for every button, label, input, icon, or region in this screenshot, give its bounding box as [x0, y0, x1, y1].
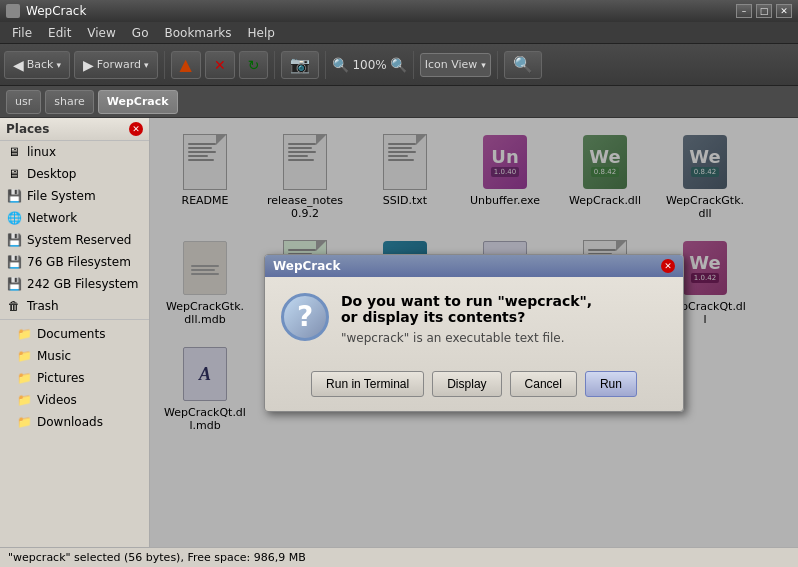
- dialog-title-label: WepCrack: [273, 259, 340, 273]
- dialog-body: ? Do you want to run "wepcrack", or disp…: [265, 277, 683, 361]
- 242gb-icon: 💾: [6, 276, 22, 292]
- file-area: README release_notes0.9.2 SSID.txt: [150, 118, 798, 547]
- 76gb-icon: 💾: [6, 254, 22, 270]
- menu-help[interactable]: Help: [240, 24, 283, 42]
- reload-icon: ↻: [248, 57, 260, 73]
- trash-icon: 🗑: [6, 298, 22, 314]
- sidebar-label-242gb: 242 GB Filesystem: [27, 277, 139, 291]
- title-bar-controls: – □ ✕: [736, 4, 792, 18]
- menu-view[interactable]: View: [79, 24, 123, 42]
- forward-button[interactable]: ▶ Forward ▾: [74, 51, 158, 79]
- back-chevron-icon: ▾: [57, 60, 62, 70]
- back-label: Back: [27, 58, 54, 71]
- zoom-in-icon[interactable]: 🔍: [390, 57, 407, 73]
- toolbar-separator-5: [497, 51, 498, 79]
- up-icon: ▲: [180, 55, 192, 74]
- up-button[interactable]: ▲: [171, 51, 201, 79]
- sidebar-label-pictures: Pictures: [37, 371, 85, 385]
- toolbar-separator-4: [413, 51, 414, 79]
- close-button[interactable]: ✕: [776, 4, 792, 18]
- zoom-area: 🔍 100% 🔍: [332, 57, 406, 73]
- sidebar-item-downloads[interactable]: 📁 Downloads: [0, 411, 149, 433]
- sidebar-item-music[interactable]: 📁 Music: [0, 345, 149, 367]
- sidebar-label-desktop: Desktop: [27, 167, 77, 181]
- stop-icon: ✕: [214, 57, 226, 73]
- camera-button[interactable]: 📷: [281, 51, 319, 79]
- toolbar-separator-3: [325, 51, 326, 79]
- menu-go[interactable]: Go: [124, 24, 157, 42]
- desktop-icon: 🖥: [6, 166, 22, 182]
- maximize-button[interactable]: □: [756, 4, 772, 18]
- sidebar-label-videos: Videos: [37, 393, 77, 407]
- sidebar-item-242gb[interactable]: 💾 242 GB Filesystem: [0, 273, 149, 295]
- stop-button[interactable]: ✕: [205, 51, 235, 79]
- system-reserved-icon: 💾: [6, 232, 22, 248]
- downloads-icon: 📁: [16, 414, 32, 430]
- dialog-title-bar: WepCrack ✕: [265, 255, 683, 277]
- forward-label: Forward: [97, 58, 141, 71]
- view-chevron-icon: ▾: [481, 60, 486, 70]
- sidebar-item-network[interactable]: 🌐 Network: [0, 207, 149, 229]
- sidebar-item-system-reserved[interactable]: 💾 System Reserved: [0, 229, 149, 251]
- status-text: "wepcrack" selected (56 bytes), Free spa…: [8, 551, 306, 564]
- sidebar-item-76gb[interactable]: 💾 76 GB Filesystem: [0, 251, 149, 273]
- camera-icon: 📷: [290, 55, 310, 74]
- back-button[interactable]: ◀ Back ▾: [4, 51, 70, 79]
- location-bar: usr share WepCrack: [0, 86, 798, 118]
- run-button[interactable]: Run: [585, 371, 637, 397]
- status-bar: "wepcrack" selected (56 bytes), Free spa…: [0, 547, 798, 567]
- network-icon: 🌐: [6, 210, 22, 226]
- places-close-button[interactable]: ✕: [129, 122, 143, 136]
- linux-icon: 🖥: [6, 144, 22, 160]
- title-bar-left: WepCrack: [6, 4, 86, 18]
- sidebar-item-linux[interactable]: 🖥 linux: [0, 141, 149, 163]
- search-icon: 🔍: [513, 55, 533, 74]
- dialog-question-text: Do you want to run "wepcrack", or displa…: [341, 293, 667, 325]
- toolbar-separator-2: [274, 51, 275, 79]
- breadcrumb-share[interactable]: share: [45, 90, 94, 114]
- menu-bar: File Edit View Go Bookmarks Help: [0, 22, 798, 44]
- pictures-icon: 📁: [16, 370, 32, 386]
- sidebar-item-trash[interactable]: 🗑 Trash: [0, 295, 149, 317]
- minimize-button[interactable]: –: [736, 4, 752, 18]
- menu-bookmarks[interactable]: Bookmarks: [156, 24, 239, 42]
- sidebar: Places ✕ 🖥 linux 🖥 Desktop 💾 File System…: [0, 118, 150, 547]
- sidebar-item-desktop[interactable]: 🖥 Desktop: [0, 163, 149, 185]
- title-bar: WepCrack – □ ✕: [0, 0, 798, 22]
- run-dialog: WepCrack ✕ ? Do you want to run "wepcrac…: [264, 254, 684, 412]
- back-arrow-icon: ◀: [13, 57, 24, 73]
- toolbar-separator-1: [164, 51, 165, 79]
- cancel-button[interactable]: Cancel: [510, 371, 577, 397]
- sidebar-label-linux: linux: [27, 145, 56, 159]
- sidebar-label-downloads: Downloads: [37, 415, 103, 429]
- videos-icon: 📁: [16, 392, 32, 408]
- app-icon: [6, 4, 20, 18]
- sidebar-label-documents: Documents: [37, 327, 105, 341]
- menu-file[interactable]: File: [4, 24, 40, 42]
- sidebar-item-documents[interactable]: 📁 Documents: [0, 323, 149, 345]
- run-in-terminal-button[interactable]: Run in Terminal: [311, 371, 424, 397]
- dialog-subtitle-text: "wepcrack" is an executable text file.: [341, 331, 667, 345]
- toolbar: ◀ Back ▾ ▶ Forward ▾ ▲ ✕ ↻ 📷 🔍 100% 🔍 Ic…: [0, 44, 798, 86]
- display-button[interactable]: Display: [432, 371, 501, 397]
- search-button[interactable]: 🔍: [504, 51, 542, 79]
- sidebar-item-pictures[interactable]: 📁 Pictures: [0, 367, 149, 389]
- sidebar-item-videos[interactable]: 📁 Videos: [0, 389, 149, 411]
- zoom-value: 100%: [352, 58, 386, 72]
- breadcrumb-wepcrack[interactable]: WepCrack: [98, 90, 178, 114]
- places-label: Places: [6, 122, 49, 136]
- sidebar-label-filesystem: File System: [27, 189, 96, 203]
- view-selector[interactable]: Icon View ▾: [420, 53, 491, 77]
- menu-edit[interactable]: Edit: [40, 24, 79, 42]
- sidebar-label-network: Network: [27, 211, 77, 225]
- app-title: WepCrack: [26, 4, 86, 18]
- sidebar-label-76gb: 76 GB Filesystem: [27, 255, 131, 269]
- breadcrumb-usr[interactable]: usr: [6, 90, 41, 114]
- dialog-question-icon: ?: [281, 293, 329, 341]
- reload-button[interactable]: ↻: [239, 51, 269, 79]
- dialog-overlay: WepCrack ✕ ? Do you want to run "wepcrac…: [150, 118, 798, 547]
- dialog-close-button[interactable]: ✕: [661, 259, 675, 273]
- sidebar-item-filesystem[interactable]: 💾 File System: [0, 185, 149, 207]
- sidebar-label-system-reserved: System Reserved: [27, 233, 131, 247]
- zoom-out-icon[interactable]: 🔍: [332, 57, 349, 73]
